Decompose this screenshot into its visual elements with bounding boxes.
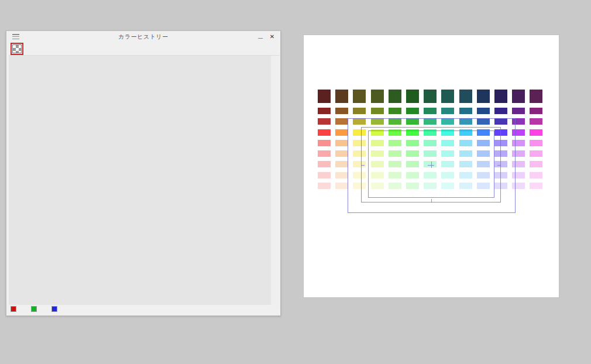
palette-swatch[interactable]	[477, 108, 490, 114]
palette-swatch[interactable]	[441, 90, 454, 103]
palette-swatch[interactable]	[424, 108, 437, 114]
history-swatch-blue[interactable]	[51, 306, 57, 312]
palette-swatch[interactable]	[530, 108, 542, 114]
palette-swatch[interactable]	[530, 129, 542, 136]
transparent-color-button[interactable]	[11, 43, 23, 55]
center-cross-v	[431, 162, 432, 168]
palette-swatch[interactable]	[353, 90, 366, 103]
desktop-background: { "background_color": "#c9c9c9", "window…	[0, 0, 591, 364]
palette-swatch[interactable]	[335, 172, 348, 178]
palette-swatch[interactable]	[459, 90, 472, 103]
right-midpoint-tick	[497, 165, 501, 166]
history-swatch-green[interactable]	[31, 306, 37, 312]
paint-canvas[interactable]	[304, 35, 559, 297]
palette-swatch[interactable]	[530, 161, 542, 167]
palette-swatch[interactable]	[512, 108, 525, 114]
palette-swatch[interactable]	[494, 108, 507, 114]
palette-swatch[interactable]	[530, 183, 542, 189]
menu-hamburger-icon[interactable]	[12, 34, 19, 39]
palette-swatch[interactable]	[335, 183, 348, 189]
scrollbar-track[interactable]	[271, 56, 280, 305]
bottom-midpoint-tick	[431, 199, 432, 202]
palette-swatch[interactable]	[318, 129, 331, 136]
palette-swatch[interactable]	[335, 161, 348, 167]
palette-swatch[interactable]	[406, 90, 419, 103]
palette-row	[318, 108, 542, 114]
palette-swatch[interactable]	[318, 140, 331, 146]
palette-swatch[interactable]	[441, 108, 454, 114]
palette-swatch[interactable]	[318, 172, 331, 178]
palette-swatch[interactable]	[389, 108, 401, 114]
palette-swatch[interactable]	[406, 108, 419, 114]
palette-swatch[interactable]	[512, 90, 525, 103]
history-swatch-bar	[6, 304, 280, 315]
palette-swatch[interactable]	[424, 90, 437, 103]
color-history-window: カラーヒストリー — ✕	[6, 30, 281, 316]
palette-swatch[interactable]	[530, 172, 542, 178]
palette-swatch[interactable]	[530, 150, 542, 157]
palette-swatch[interactable]	[335, 118, 348, 125]
close-button[interactable]: ✕	[267, 32, 277, 41]
palette-swatch[interactable]	[371, 108, 384, 114]
palette-swatch[interactable]	[353, 108, 366, 114]
palette-swatch[interactable]	[318, 118, 331, 125]
palette-swatch[interactable]	[335, 90, 348, 103]
titlebar[interactable]: カラーヒストリー — ✕	[6, 31, 280, 42]
minimize-button[interactable]: —	[256, 32, 265, 41]
palette-swatch[interactable]	[530, 140, 542, 146]
palette-swatch[interactable]	[335, 108, 348, 114]
window-controls: — ✕	[256, 32, 277, 41]
palette-swatch[interactable]	[530, 118, 542, 125]
palette-swatch[interactable]	[335, 150, 348, 157]
palette-swatch[interactable]	[318, 90, 331, 103]
history-swatch-red[interactable]	[11, 306, 16, 312]
palette-swatch[interactable]	[318, 161, 331, 167]
palette-swatch[interactable]	[371, 90, 384, 103]
palette-swatch[interactable]	[318, 108, 331, 114]
palette-swatch[interactable]	[459, 108, 472, 114]
left-midpoint-tick	[361, 165, 365, 166]
palette-swatch[interactable]	[318, 183, 331, 189]
palette-swatch[interactable]	[494, 90, 507, 103]
palette-swatch[interactable]	[477, 90, 490, 103]
palette-swatch[interactable]	[335, 129, 348, 136]
palette-row	[318, 90, 542, 103]
palette-swatch[interactable]	[335, 140, 348, 146]
checker-transparent-icon	[12, 44, 22, 53]
palette-swatch[interactable]	[530, 90, 542, 103]
palette-swatch[interactable]	[389, 90, 401, 103]
history-list-panel	[9, 55, 280, 305]
window-title: カラーヒストリー	[30, 33, 257, 41]
palette-swatch[interactable]	[318, 150, 331, 157]
